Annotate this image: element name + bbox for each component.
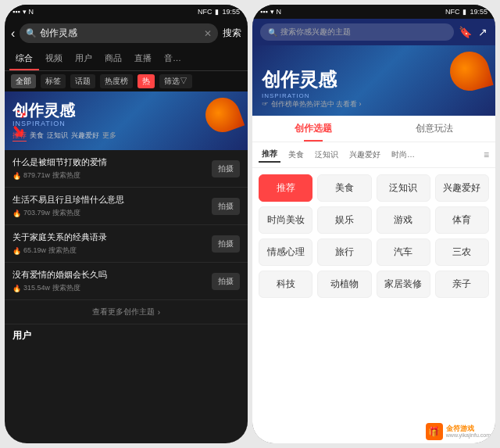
- subtab-泛知识[interactable]: 泛知识: [312, 148, 341, 162]
- left-screen: ‹ 🔍 创作灵感 ✕ 搜索 综合 视频 用户 商品 直播 音… 全部: [5, 19, 248, 443]
- cat-亲子[interactable]: 亲子: [435, 271, 489, 298]
- cat-汽车[interactable]: 汽车: [377, 238, 430, 266]
- tab-直播[interactable]: 直播: [128, 48, 158, 70]
- filter-热[interactable]: 热: [138, 74, 155, 88]
- cat-旅行[interactable]: 旅行: [317, 238, 371, 266]
- shoot-btn-2[interactable]: 拍摄: [212, 235, 240, 253]
- filter-热度榜[interactable]: 热度榜: [100, 74, 133, 88]
- shoot-btn-3[interactable]: 拍摄: [212, 273, 240, 290]
- cat-时尚美妆[interactable]: 时尚美妆: [259, 206, 312, 234]
- status-bar-right: ▪▪▪ ▾ N NFC ▮ 19:55: [252, 5, 495, 19]
- search-button[interactable]: 搜索: [223, 27, 241, 40]
- filter-话题[interactable]: 话题: [70, 74, 95, 88]
- search-clear-button[interactable]: ✕: [204, 28, 212, 39]
- back-button[interactable]: ‹: [11, 27, 15, 41]
- item-title-3: 没有爱情的婚姻会长久吗: [12, 269, 107, 281]
- search-bar-left: ‹ 🔍 创作灵感 ✕ 搜索: [5, 19, 248, 48]
- item-meta-0: 🔥 879.71w 搜索热度: [12, 170, 107, 181]
- item-title-2: 关于家庭关系的经典语录: [12, 231, 107, 243]
- right-banner-link[interactable]: ☞ 创作榜单热热评选中 去看看 ›: [262, 99, 362, 109]
- time-display: 19:55: [222, 8, 240, 16]
- status-right-left: ▪▪▪ ▾ N: [260, 8, 281, 16]
- left-phone: ▪▪▪ ▾ N NFC ▮ 19:55 ‹ 🔍 创作灵感 ✕ 搜索: [5, 5, 248, 443]
- watermark-info: 金符游戏 www.yikajinfu.com: [446, 425, 491, 439]
- banner-tag-推荐[interactable]: 推荐: [12, 131, 27, 142]
- fire-icon-0: 🔥: [12, 172, 21, 180]
- right-phone: ▪▪▪ ▾ N NFC ▮ 19:55 🔍 搜索你感兴趣的主题 🔖 ↗: [252, 5, 495, 443]
- nfc-icon-r: N: [277, 8, 282, 16]
- cat-推荐[interactable]: 推荐: [259, 174, 312, 202]
- banner-tag-泛知识[interactable]: 泛知识: [47, 131, 68, 142]
- item-meta-2: 🔥 65.19w 搜索热度: [12, 246, 107, 256]
- left-banner: 创作灵感 INSPIRATION 推荐 美食 泛知识 兴趣爱好 更多 ➜: [5, 91, 248, 150]
- search-input-wrap[interactable]: 🔍 创作灵感 ✕: [20, 23, 218, 43]
- list-item-0: 什么是被细节打败的爱情 🔥 879.71w 搜索热度 拍摄: [5, 150, 248, 188]
- search-icon: 🔍: [26, 28, 37, 38]
- tab-视频[interactable]: 视频: [39, 48, 69, 70]
- tab-用户[interactable]: 用户: [69, 48, 98, 70]
- cat-美食[interactable]: 美食: [317, 174, 371, 202]
- filter-row: 全部 标签 话题 热度榜 热 筛选▽: [5, 71, 248, 91]
- right-search-input[interactable]: 🔍 搜索你感兴趣的主题: [260, 23, 454, 41]
- subtab-推荐[interactable]: 推荐: [259, 147, 280, 163]
- status-right-right: NFC ▮ 19:55: [445, 8, 488, 16]
- subtab-时尚[interactable]: 时尚…: [388, 148, 418, 162]
- banner-text: 创作灵感 INSPIRATION 推荐 美食 泛知识 兴趣爱好 更多: [12, 101, 116, 142]
- subtab-兴趣爱好[interactable]: 兴趣爱好: [346, 148, 384, 162]
- tab-商品[interactable]: 商品: [98, 48, 128, 70]
- filter-筛选[interactable]: 筛选▽: [159, 74, 192, 88]
- cat-动植物[interactable]: 动植物: [317, 271, 371, 298]
- cat-游戏[interactable]: 游戏: [377, 206, 430, 234]
- right-banner: 创作灵感 INSPIRATION ☞ 创作榜单热热评选中 去看看 ›: [252, 45, 495, 116]
- cat-科技[interactable]: 科技: [259, 271, 312, 298]
- banner-more[interactable]: 更多: [102, 131, 116, 142]
- list-item-2: 关于家庭关系的经典语录 🔥 65.19w 搜索热度 拍摄: [5, 225, 248, 263]
- cat-家居装修[interactable]: 家居装修: [377, 271, 430, 298]
- shoot-btn-0[interactable]: 拍摄: [212, 160, 240, 177]
- cat-兴趣爱好[interactable]: 兴趣爱好: [435, 174, 489, 202]
- filter-标签[interactable]: 标签: [41, 74, 66, 88]
- right-banner-decoration: [450, 52, 489, 91]
- view-more-text: 查看更多创作主题: [92, 306, 155, 317]
- tab-创作选题[interactable]: 创作选题: [252, 116, 374, 142]
- right-banner-title: 创作灵感: [262, 67, 362, 92]
- item-meta-3: 🔥 315.54w 搜索热度: [12, 283, 107, 293]
- right-icons: 🔖 ↗: [459, 26, 488, 38]
- item-title-1: 生活不易且行且珍惜什么意思: [12, 194, 124, 206]
- view-more-link[interactable]: 查看更多创作主题 ›: [5, 300, 248, 324]
- banner-tag-美食[interactable]: 美食: [30, 131, 44, 142]
- chevron-right-icon: ›: [158, 308, 160, 317]
- cat-泛知识[interactable]: 泛知识: [377, 174, 430, 202]
- subtab-美食[interactable]: 美食: [285, 148, 307, 162]
- watermark-name: 金符游戏: [446, 425, 491, 433]
- cat-体育[interactable]: 体育: [435, 206, 489, 234]
- item-title-0: 什么是被细节打败的爱情: [12, 156, 107, 168]
- search-query: 创作灵感: [40, 27, 201, 40]
- cat-娱乐[interactable]: 娱乐: [317, 206, 371, 234]
- right-search-placeholder: 搜索你感兴趣的主题: [280, 27, 351, 38]
- category-grid: 推荐 美食 泛知识 兴趣爱好 时尚美妆 娱乐 游戏 体育 情感心理 旅行 汽车 …: [252, 168, 495, 443]
- right-banner-subtitle: INSPIRATION: [262, 92, 362, 99]
- right-search-icon: 🔍: [268, 28, 277, 37]
- cat-三农[interactable]: 三农: [435, 238, 489, 266]
- subtab-more-icon[interactable]: ≡: [484, 149, 489, 160]
- content-list: 什么是被细节打败的爱情 🔥 879.71w 搜索热度 拍摄 生活不易且行且珍惜什…: [5, 150, 248, 443]
- filter-全部[interactable]: 全部: [11, 74, 36, 88]
- tab-音乐[interactable]: 音…: [158, 48, 188, 70]
- wifi-icon-r: ▾: [270, 8, 274, 16]
- status-right: NFC ▮ 19:55: [198, 8, 240, 16]
- time-display-r: 19:55: [470, 8, 488, 16]
- fire-icon-1: 🔥: [12, 210, 21, 217]
- bookmark-icon[interactable]: 🔖: [459, 26, 472, 38]
- watermark-url: www.yikajinfu.com: [446, 432, 491, 438]
- item-meta-1: 🔥 703.79w 搜索热度: [12, 208, 124, 218]
- share-icon[interactable]: ↗: [478, 26, 488, 38]
- right-search-bar: 🔍 搜索你感兴趣的主题 🔖 ↗: [252, 19, 495, 45]
- nfc-label-r: NFC: [445, 8, 460, 16]
- banner-tag-兴趣[interactable]: 兴趣爱好: [71, 131, 99, 142]
- tab-创意玩法[interactable]: 创意玩法: [374, 116, 496, 142]
- list-item-3: 没有爱情的婚姻会长久吗 🔥 315.54w 搜索热度 拍摄: [5, 263, 248, 300]
- shoot-btn-1[interactable]: 拍摄: [212, 198, 240, 215]
- cat-情感心理[interactable]: 情感心理: [259, 238, 312, 266]
- tab-综合[interactable]: 综合: [9, 48, 39, 70]
